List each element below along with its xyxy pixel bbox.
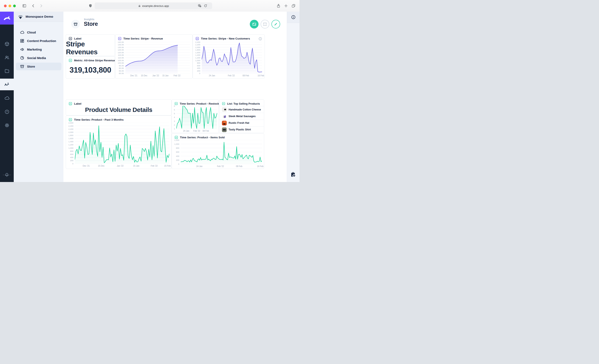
- url-text: example.directus.app: [142, 4, 169, 8]
- navigation-sidebar: Monospace Demo Cloud Content Production …: [14, 12, 63, 182]
- list-item[interactable]: Sleek Metal Sausages: [219, 113, 264, 119]
- new-customers-chart[interactable]: 2,4002,2002,0001,8001,6001,4001,2001,000…: [195, 42, 262, 77]
- tab-overview-icon[interactable]: [291, 4, 296, 8]
- fullscreen-button[interactable]: [261, 20, 269, 28]
- x-axis: 24 JanFeb '2208 Feb16 Feb: [181, 164, 262, 168]
- account-avatar-icon[interactable]: [0, 181, 14, 182]
- x-axis-tick: 15 Jan: [133, 165, 139, 167]
- page-title: Store: [84, 21, 98, 27]
- cloud-icon: [20, 30, 24, 35]
- info-sidebar-button[interactable]: [287, 12, 300, 23]
- product-thumbnail: [222, 121, 227, 125]
- sidebar-item-cloud[interactable]: Cloud: [16, 28, 61, 36]
- chart-plot[interactable]: [125, 42, 190, 73]
- chart-plot[interactable]: [75, 123, 169, 164]
- list-item[interactable]: Tasty Plastic Shirt: [219, 126, 264, 133]
- x-axis-tick: 16 Feb: [258, 74, 264, 77]
- y-axis: 1,2001,0008006004002000: [174, 140, 181, 164]
- module-help-icon[interactable]: ?: [0, 106, 14, 117]
- minimize-window-button[interactable]: [9, 5, 11, 7]
- panel-type-icon: [195, 37, 199, 40]
- panel-timeseries-past-3-months: Time Series: Product - Past 3 Months 2,6…: [66, 115, 172, 169]
- dashboard-icon-circle: [71, 20, 80, 28]
- revenue-chart[interactable]: 140.0K135.0K130.0K125.0K120.0K115.0K110.…: [118, 42, 190, 77]
- label-text: Product Volume Details: [66, 104, 171, 115]
- x-axis-tick: 15 Dec: [98, 165, 105, 167]
- panel-title: Time Series: Stripe - Revenue: [123, 37, 163, 40]
- sidebar-item-store[interactable]: Store: [16, 62, 61, 70]
- panel-title: Time Series: Product - Restocks: [180, 102, 219, 105]
- chart-plot[interactable]: [176, 106, 217, 129]
- auto-refresh-button[interactable]: [250, 20, 258, 28]
- x-axis-tick: Feb '22: [174, 74, 180, 77]
- x-axis: 24 JanFeb '2208 Feb: [176, 129, 217, 132]
- restocks-chart[interactable]: 6554321 24 JanFeb '2208 Feb: [174, 106, 217, 132]
- sidebar-item-content-production[interactable]: Content Production: [16, 37, 61, 45]
- module-users-icon[interactable]: [0, 52, 14, 63]
- x-axis-tick: 08 Feb: [203, 130, 209, 132]
- product-thumbnail: [222, 107, 227, 112]
- x-axis-tick: 16 Feb: [257, 165, 264, 168]
- sidebar-item-label: Marketing: [27, 48, 42, 51]
- storefront-icon: [73, 22, 78, 27]
- x-axis-tick: Jan '22: [117, 165, 123, 167]
- x-axis: Dec '2115 DecJan '2215 JanFeb '22: [125, 73, 190, 77]
- activity-sidebar-button[interactable]: [290, 172, 297, 178]
- share-icon[interactable]: [276, 4, 281, 8]
- past-3-months-chart[interactable]: 2,6002,4002,2002,0001,8001,6001,4001,200…: [68, 123, 169, 167]
- chart-plot[interactable]: [202, 42, 262, 73]
- product-name: Handmade Cotton Cheese: [229, 108, 261, 111]
- items-sold-chart[interactable]: 1,2001,0008006004002000 24 JanFeb '2208 …: [174, 140, 262, 168]
- forward-icon[interactable]: [39, 4, 44, 8]
- panel-title: Time Series: Stripe - New Customers: [201, 37, 250, 40]
- panel-type-icon: [69, 118, 72, 122]
- module-content-icon[interactable]: [0, 38, 14, 50]
- list-item[interactable]: Handmade Cotton Cheese: [219, 106, 264, 113]
- reload-icon[interactable]: [203, 4, 208, 8]
- panel-label-product: Label Product Volume Details: [66, 99, 172, 115]
- privacy-shield-icon[interactable]: [88, 4, 93, 8]
- chart-plot[interactable]: [181, 140, 262, 164]
- metric-value: 319,103,800: [66, 62, 115, 78]
- project-header[interactable]: Monospace Demo: [14, 12, 63, 22]
- list-item[interactable]: Rustic Fresh Hat: [219, 120, 264, 126]
- close-window-button[interactable]: [4, 5, 7, 7]
- module-insights-icon[interactable]: [0, 79, 14, 90]
- module-files-icon[interactable]: [0, 65, 14, 77]
- browser-toolbar: example.directus.app: [0, 0, 300, 12]
- product-name: Rustic Fresh Hat: [229, 122, 249, 124]
- back-icon[interactable]: [31, 4, 35, 8]
- module-settings-icon[interactable]: [0, 119, 14, 131]
- x-axis: Dec '2115 DecJan '2215 JanFeb '2215 Feb: [75, 164, 169, 167]
- product-thumbnail: [222, 127, 227, 132]
- new-tab-icon[interactable]: [284, 4, 288, 8]
- directus-logo[interactable]: [0, 12, 14, 25]
- pie-chart-icon: [20, 56, 24, 60]
- panel-info-icon[interactable]: [258, 37, 262, 41]
- zoom-window-button[interactable]: [13, 5, 16, 7]
- breadcrumb[interactable]: Insights: [84, 18, 94, 21]
- dashboard-main: Insights Store Label Stripe Revenues Met…: [63, 12, 287, 182]
- panel-type-icon: [222, 102, 225, 105]
- module-cloud-icon[interactable]: [0, 92, 14, 104]
- x-axis-tick: Feb '22: [228, 74, 235, 77]
- pencil-icon: [274, 22, 278, 26]
- address-bar[interactable]: example.directus.app: [95, 2, 212, 9]
- y-axis: 2,4002,2002,0001,8001,6001,4001,2001,000…: [195, 42, 202, 73]
- panel-timeseries-stripe-revenue: Time Series: Stripe - Revenue 140.0K135.…: [115, 34, 193, 79]
- x-axis-tick: Dec '21: [130, 74, 138, 77]
- translate-icon[interactable]: [198, 4, 202, 8]
- sidebar-item-marketing[interactable]: Marketing: [16, 45, 61, 53]
- y-axis: 140.0K135.0K130.0K125.0K120.0K115.0K110.…: [118, 42, 125, 73]
- project-signal-icon: [18, 14, 23, 19]
- panel-title: List: Top Selling Products: [227, 102, 260, 105]
- directus-rabbit-icon: [3, 14, 11, 22]
- product-name: Tasty Plastic Shirt: [229, 128, 251, 131]
- sidebar-item-label: Cloud: [27, 31, 36, 34]
- panel-timeseries-items-sold: Time Series: Product - Items Sold 1,2001…: [172, 133, 264, 169]
- dashboard-grid-icon: [20, 39, 24, 43]
- sidebar-item-social-media[interactable]: Social Media: [16, 54, 61, 62]
- product-thumbnail: [222, 114, 227, 119]
- sidebar-toggle-icon[interactable]: [22, 4, 27, 8]
- edit-dashboard-button[interactable]: [271, 20, 280, 28]
